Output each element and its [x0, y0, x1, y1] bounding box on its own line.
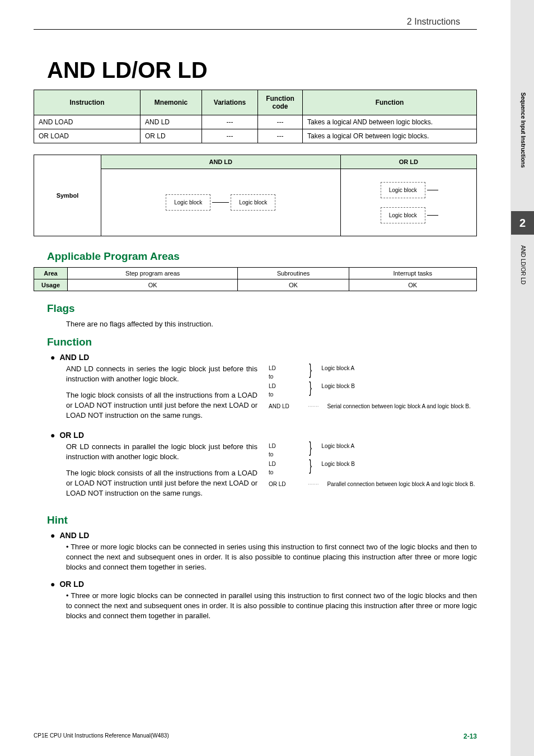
function-andld-diagram: LD to } Logic block A LD to } Logic bloc…: [269, 364, 477, 426]
th-instruction: Instruction: [34, 90, 140, 115]
diag-parallel-note: Parallel connection between logic block …: [327, 480, 477, 488]
section-applicable-areas: Applicable Program Areas: [47, 250, 477, 263]
cell: ---: [202, 115, 258, 129]
footer-manual: CP1E CPU Unit Instructions Reference Man…: [34, 732, 169, 740]
cell: ---: [202, 129, 258, 143]
function-orld-label: OR LD: [50, 431, 477, 440]
hint-andld-label: AND LD: [50, 531, 477, 540]
area-header: Subroutines: [238, 268, 349, 279]
diag-ld: LD: [269, 383, 276, 389]
area-header: Step program areas: [68, 268, 238, 279]
symbol-andld-cell: Logic block Logic block: [101, 169, 341, 236]
cell: ---: [258, 129, 303, 143]
function-orld-diagram: LD to } Logic block A LD to } Logic bloc…: [269, 442, 477, 504]
diag-to: to: [269, 374, 273, 380]
diag-to: to: [269, 451, 273, 458]
function-orld-p2: The logic block consists of all the inst…: [66, 468, 257, 499]
th-variations: Variations: [202, 90, 258, 115]
connector-line: [427, 190, 438, 190]
side-text-andld: AND LD/OR LD: [520, 245, 526, 284]
logic-block-box: Logic block: [381, 207, 425, 223]
diag-ld: LD: [269, 461, 276, 467]
hint-orld-label: OR LD: [50, 580, 477, 589]
usage-value: OK: [349, 279, 476, 291]
header-rule: [34, 29, 477, 30]
connector-line: [212, 202, 229, 203]
table-row: OR LOAD OR LD --- --- Takes a logical OR…: [34, 129, 477, 143]
footer-page: 2-13: [463, 732, 477, 740]
diag-to: to: [269, 469, 273, 475]
symbol-header-orld: OR LD: [340, 155, 476, 169]
diag-ld: LD: [269, 365, 276, 371]
function-andld-p2: The logic block consists of all the inst…: [66, 390, 257, 421]
function-orld-p1: OR LD connects in parallel the logic blo…: [66, 442, 257, 462]
symbol-table: Symbol AND LD OR LD Logic block Logic bl…: [34, 155, 477, 236]
th-function-code: Function code: [258, 90, 303, 115]
th-function: Function: [303, 90, 477, 115]
cell: ---: [258, 115, 303, 129]
function-orld-text: OR LD connects in parallel the logic blo…: [50, 442, 257, 504]
diag-block-b: Logic block B: [321, 382, 354, 390]
brace-icon: }: [309, 364, 312, 375]
cell: Takes a logical OR between logic blocks.: [303, 129, 477, 143]
diag-orld: OR LD: [269, 480, 299, 488]
diag-block-b: Logic block B: [321, 460, 354, 468]
diag-to: to: [269, 391, 273, 398]
area-header: Interrupt tasks: [349, 268, 476, 279]
diag-andld: AND LD: [269, 402, 299, 410]
brace-icon: }: [309, 382, 312, 393]
function-andld-text: AND LD connects in series the logic bloc…: [50, 364, 257, 426]
logic-block-box: Logic block: [231, 194, 275, 211]
instruction-table: Instruction Mnemonic Variations Function…: [34, 90, 477, 143]
applicable-areas-table: Area Step program areas Subroutines Inte…: [34, 267, 477, 291]
usage-value: OK: [238, 279, 349, 291]
brace-icon: }: [309, 442, 312, 453]
chapter-tab: 2: [511, 211, 534, 235]
side-text-sequence: Sequence Input Instructions: [520, 92, 526, 167]
symbol-row-label: Symbol: [34, 155, 101, 236]
section-flags: Flags: [47, 302, 477, 315]
cell: OR LOAD: [34, 129, 140, 143]
hint-orld-text: Three or more logic blocks can be connec…: [66, 591, 477, 622]
cell: AND LOAD: [34, 115, 140, 129]
area-header-area: Area: [34, 268, 68, 279]
table-row: AND LOAD AND LD --- --- Takes a logical …: [34, 115, 477, 129]
page-title: AND LD/OR LD: [47, 58, 477, 83]
logic-block-box: Logic block: [381, 182, 425, 198]
function-andld-p1: AND LD connects in series the logic bloc…: [66, 364, 257, 384]
section-function: Function: [47, 336, 477, 348]
usage-label: Usage: [34, 279, 68, 291]
cell: Takes a logical AND between logic blocks…: [303, 115, 477, 129]
function-andld-label: AND LD: [50, 353, 477, 362]
section-hint: Hint: [47, 514, 477, 526]
diag-serial-note: Serial connection between logic block A …: [327, 402, 477, 410]
symbol-header-andld: AND LD: [101, 155, 341, 169]
symbol-orld-cell: Logic block Logic block: [340, 169, 476, 236]
hint-andld-text: Three or more logic blocks can be connec…: [66, 542, 477, 573]
th-mnemonic: Mnemonic: [140, 90, 202, 115]
header-section: 2 Instructions: [34, 17, 477, 27]
diag-block-a: Logic block A: [321, 364, 354, 372]
connector-line: [427, 215, 438, 216]
cell: AND LD: [140, 115, 202, 129]
usage-value: OK: [68, 279, 238, 291]
diag-ld: LD: [269, 443, 276, 449]
brace-icon: }: [309, 460, 312, 471]
diag-block-a: Logic block A: [321, 442, 354, 450]
flags-text: There are no flags affected by this inst…: [66, 319, 477, 329]
logic-block-box: Logic block: [166, 194, 210, 211]
cell: OR LD: [140, 129, 202, 143]
